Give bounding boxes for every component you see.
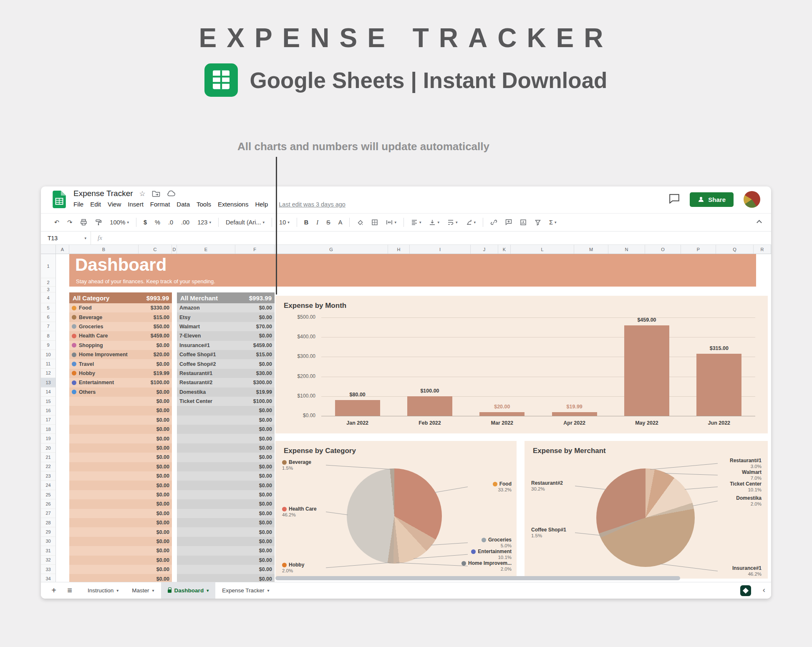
name-box[interactable]: T13 ▾ (41, 232, 91, 244)
row-header-16[interactable]: 16 (41, 406, 55, 415)
row-header-20[interactable]: 20 (41, 443, 55, 453)
row-header-23[interactable]: 23 (41, 471, 55, 481)
table-row[interactable]: $0.00 (177, 565, 275, 574)
format-currency-button[interactable]: $ (140, 217, 150, 227)
comment-history-icon[interactable] (669, 194, 680, 205)
table-row[interactable]: Walmart$70.00 (177, 322, 275, 331)
tab-expense-tracker[interactable]: Expense Tracker▾ (215, 582, 276, 599)
merge-cells-icon[interactable]: ▾ (383, 217, 400, 227)
table-row[interactable]: $0.00 (177, 490, 275, 499)
table-row[interactable]: $0.00 (69, 415, 172, 425)
format-percent-button[interactable]: % (151, 217, 164, 227)
print-icon[interactable] (77, 217, 91, 227)
row-header-31[interactable]: 31 (41, 546, 55, 555)
table-row[interactable]: $0.00 (177, 556, 275, 565)
table-row[interactable]: Entertainment$100.00 (69, 378, 172, 387)
row-header-11[interactable]: 11 (41, 359, 55, 368)
column-header-O[interactable]: O (645, 245, 681, 254)
table-row[interactable]: $0.00 (69, 518, 172, 527)
column-header-G[interactable]: G (275, 245, 388, 254)
row-header-2[interactable]: 2 (41, 278, 55, 287)
menu-view[interactable]: View (104, 201, 124, 208)
font-size-select[interactable]: 10▾ (276, 217, 293, 227)
category-pie-card[interactable]: Expense by Category Food33.2%Groceries5.… (275, 441, 517, 579)
table-row[interactable]: $0.00 (69, 425, 172, 434)
table-row[interactable]: $0.00 (69, 443, 172, 453)
column-header-B[interactable]: B (69, 245, 139, 254)
column-header-I[interactable]: I (410, 245, 471, 254)
table-row[interactable]: $0.00 (177, 462, 275, 471)
all-sheets-icon[interactable]: ≡ (62, 586, 78, 595)
column-header-D[interactable]: D (172, 245, 177, 254)
last-edit-link[interactable]: Last edit was 3 days ago (279, 201, 345, 208)
table-row[interactable]: $0.00 (177, 471, 275, 481)
row-header-19[interactable]: 19 (41, 434, 55, 443)
menu-insert[interactable]: Insert (124, 201, 147, 208)
table-row[interactable]: $0.00 (177, 509, 275, 518)
paint-format-icon[interactable] (92, 217, 105, 227)
number-format-button[interactable]: 123▾ (194, 217, 214, 227)
table-row[interactable]: $0.00 (177, 546, 275, 555)
row-header-32[interactable]: 32 (41, 556, 55, 565)
menu-data[interactable]: Data (173, 201, 193, 208)
table-row[interactable]: Hobby$19.99 (69, 369, 172, 378)
tab-master[interactable]: Master▾ (125, 582, 161, 599)
italic-button[interactable]: I (313, 217, 322, 228)
table-row[interactable]: Beverage$15.00 (69, 312, 172, 322)
table-row[interactable]: $0.00 (177, 425, 275, 434)
row-header-25[interactable]: 25 (41, 490, 55, 499)
functions-button[interactable]: Σ▾ (546, 217, 560, 227)
table-row[interactable]: $0.00 (69, 556, 172, 565)
decrease-decimals-button[interactable]: .0 (165, 217, 177, 227)
table-row[interactable]: $0.00 (69, 537, 172, 546)
column-header-H[interactable]: H (388, 245, 410, 254)
table-row[interactable]: $0.00 (69, 490, 172, 499)
tab-instruction[interactable]: Instruction▾ (81, 582, 125, 599)
text-rotation-icon[interactable]: ▾ (462, 217, 479, 227)
table-row[interactable]: Health Care$459.00 (69, 331, 172, 340)
table-row[interactable]: Domestika$19.99 (177, 388, 275, 397)
table-row[interactable]: $0.00 (69, 509, 172, 518)
row-header-17[interactable]: 17 (41, 415, 55, 425)
row-header-13[interactable]: 13 (41, 378, 55, 387)
table-row[interactable]: Food$330.00 (69, 303, 172, 312)
row-header-22[interactable]: 22 (41, 462, 55, 471)
scroll-left-icon[interactable]: ‹ (763, 585, 765, 594)
row-header-27[interactable]: 27 (41, 509, 55, 518)
undo-icon[interactable]: ↶ (51, 217, 63, 227)
row-header-14[interactable]: 14 (41, 388, 55, 397)
menu-tools[interactable]: Tools (193, 201, 214, 208)
row-header-9[interactable]: 9 (41, 341, 55, 350)
column-header-A[interactable]: A (56, 245, 69, 254)
bold-button[interactable]: B (301, 217, 312, 227)
table-row[interactable]: $0.00 (177, 518, 275, 527)
fill-color-icon[interactable] (353, 217, 367, 227)
share-button[interactable]: Share (690, 192, 734, 207)
table-row[interactable]: $0.00 (69, 406, 172, 415)
grid[interactable]: 1234567891011121314151617181920212223242… (41, 254, 771, 582)
filter-icon[interactable] (531, 217, 545, 227)
row-header-26[interactable]: 26 (41, 499, 55, 509)
text-wrap-icon[interactable]: ▾ (444, 217, 461, 227)
table-row[interactable]: $0.00 (177, 434, 275, 443)
menu-help[interactable]: Help (252, 201, 271, 208)
redo-icon[interactable]: ↷ (64, 217, 76, 227)
row-header-21[interactable]: 21 (41, 453, 55, 462)
column-header-F[interactable]: F (235, 245, 275, 254)
column-header-R[interactable]: R (754, 245, 771, 254)
horizontal-scrollbar[interactable] (275, 576, 680, 580)
column-header-P[interactable]: P (681, 245, 716, 254)
vertical-align-icon[interactable]: ▾ (426, 217, 443, 227)
table-row[interactable]: Coffee Shop#1$15.00 (177, 350, 275, 359)
tab-dashboard[interactable]: Dashboard▾ (161, 582, 216, 599)
row-header-6[interactable]: 6 (41, 312, 55, 322)
sheets-file-icon[interactable] (53, 191, 66, 210)
table-row[interactable]: Home Improvement$20.00 (69, 350, 172, 359)
table-row[interactable]: $0.00 (69, 546, 172, 555)
strikethrough-button[interactable]: S (323, 217, 334, 227)
table-row[interactable]: Coffee Shop#2$0.00 (177, 359, 275, 368)
menu-edit[interactable]: Edit (87, 201, 104, 208)
table-row[interactable]: Shopping$0.00 (69, 341, 172, 350)
table-row[interactable]: Travel$0.00 (69, 359, 172, 368)
table-row[interactable]: Ticket Center$100.00 (177, 397, 275, 406)
